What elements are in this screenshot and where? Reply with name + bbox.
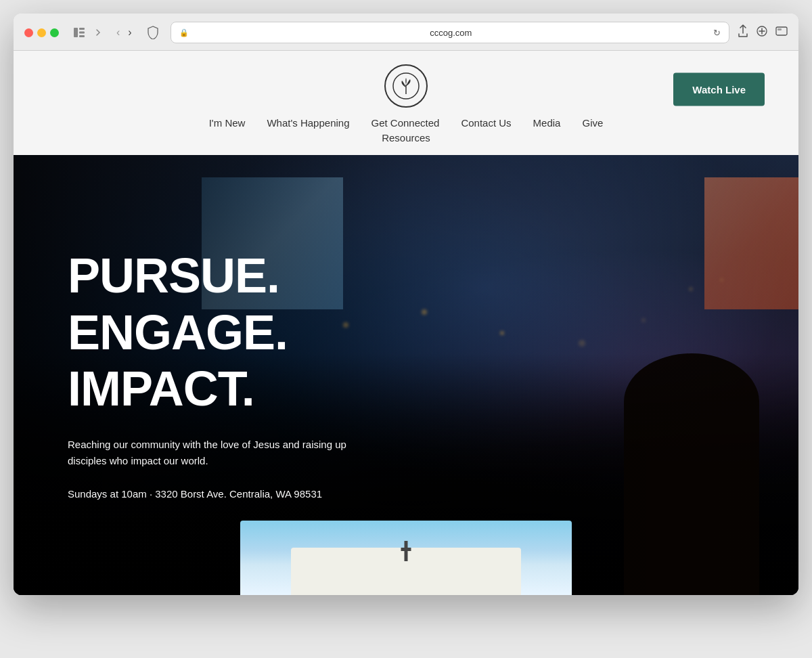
window-controls	[24, 28, 59, 37]
lock-icon: 🔒	[179, 28, 189, 37]
nav-link-resources[interactable]: Resources	[382, 132, 430, 144]
watch-live-button[interactable]: Watch Live	[673, 73, 765, 106]
shield-area	[143, 26, 162, 39]
sidebar-chevron-button[interactable]	[91, 26, 105, 39]
site-logo	[384, 64, 428, 108]
hero-tagline-line3: IMPACT.	[68, 364, 744, 415]
nav-link-im-new[interactable]: I'm New	[209, 117, 246, 129]
url-text: cccog.com	[194, 28, 708, 38]
hero-address: Sundays at 10am · 3320 Borst Ave. Centra…	[68, 488, 744, 500]
minimize-window-button[interactable]	[37, 28, 46, 37]
forward-button[interactable]: ›	[125, 24, 135, 41]
nav-link-media[interactable]: Media	[533, 117, 561, 129]
nav-link-give[interactable]: Give	[582, 117, 603, 129]
tabs-icon[interactable]	[775, 26, 788, 39]
sidebar-toggle-button[interactable]	[70, 25, 89, 40]
back-button[interactable]: ‹	[113, 24, 123, 41]
hero-tagline-line2: ENGAGE.	[68, 307, 744, 359]
svg-rect-2	[79, 32, 85, 34]
site-header: Watch Live I'm New What's Happening Get …	[14, 51, 798, 155]
building-cross	[401, 541, 411, 551]
svg-rect-6	[777, 28, 782, 30]
maximize-window-button[interactable]	[50, 28, 59, 37]
svg-rect-3	[79, 35, 85, 37]
cross-vertical	[405, 541, 408, 561]
svg-rect-0	[74, 28, 78, 37]
hero-section: PURSUE. ENGAGE. IMPACT. Reaching our com…	[14, 155, 798, 595]
browser-toolbar-right	[738, 24, 788, 41]
nav-arrows: ‹ ›	[113, 24, 135, 41]
website-content: Watch Live I'm New What's Happening Get …	[14, 51, 798, 595]
nav-secondary: Resources	[209, 132, 604, 144]
logo-circle	[384, 64, 428, 108]
svg-rect-1	[79, 28, 85, 30]
browser-chrome: ‹ › 🔒 cccog.com ↻	[14, 14, 798, 51]
hero-description: Reaching our community with the love of …	[68, 437, 352, 469]
nav-link-whats-happening[interactable]: What's Happening	[267, 117, 349, 129]
new-tab-icon[interactable]	[757, 26, 767, 39]
svg-rect-5	[776, 27, 787, 35]
close-window-button[interactable]	[24, 28, 33, 37]
toolbar-icons	[70, 25, 105, 40]
reload-button[interactable]: ↻	[713, 28, 721, 38]
nav-link-get-connected[interactable]: Get Connected	[371, 117, 440, 129]
share-icon[interactable]	[738, 24, 748, 41]
hero-tagline: PURSUE. ENGAGE. IMPACT.	[68, 250, 744, 420]
building-preview	[240, 521, 572, 595]
nav-link-contact-us[interactable]: Contact Us	[461, 117, 511, 129]
hero-tagline-line1: PURSUE.	[68, 250, 744, 302]
address-bar[interactable]: 🔒 cccog.com ↻	[171, 22, 729, 43]
cross-horizontal	[401, 548, 411, 551]
site-nav: I'm New What's Happening Get Connected C…	[209, 114, 604, 155]
nav-primary: I'm New What's Happening Get Connected C…	[209, 117, 604, 129]
browser-window: ‹ › 🔒 cccog.com ↻	[14, 14, 798, 595]
